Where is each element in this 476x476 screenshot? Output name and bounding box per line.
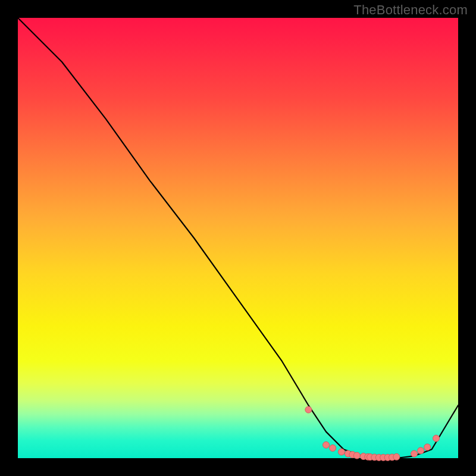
curve-marker: [393, 453, 400, 460]
bottleneck-curve: [18, 18, 458, 458]
curve-svg: [18, 18, 458, 458]
watermark-label: TheBottleneck.com: [353, 2, 468, 18]
curve-marker: [338, 449, 345, 455]
chart-frame: TheBottleneck.com: [0, 0, 476, 476]
curve-marker: [330, 445, 336, 452]
curve-marker: [418, 447, 424, 454]
curve-marker: [411, 450, 418, 457]
curve-marker: [353, 452, 360, 459]
curve-marker: [433, 435, 440, 441]
plot-area: [18, 18, 458, 458]
curve-markers: [305, 406, 440, 461]
curve-marker: [424, 444, 431, 450]
curve-marker: [305, 406, 312, 413]
curve-marker: [323, 441, 330, 448]
